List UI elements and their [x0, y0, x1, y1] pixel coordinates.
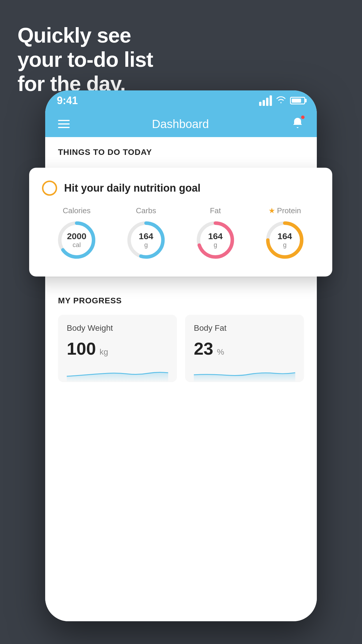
- carbs-ring: 164 g: [124, 218, 168, 262]
- nutrition-card: Hit your daily nutrition goal Calories 2…: [29, 168, 332, 276]
- body-fat-chart: [194, 365, 295, 382]
- nutrition-protein: ★ Protein 164 g: [263, 206, 307, 262]
- nutrition-calories: Calories 2000 cal: [55, 206, 99, 262]
- body-fat-unit: %: [217, 347, 224, 356]
- notification-dot: [301, 115, 305, 120]
- section-header: THINGS TO DO TODAY: [45, 137, 317, 163]
- protein-ring: 164 g: [263, 218, 307, 262]
- wifi-icon: [276, 95, 286, 106]
- body-weight-unit: kg: [100, 347, 108, 356]
- carbs-value-center: 164 g: [139, 231, 153, 249]
- battery-icon: [290, 97, 305, 104]
- status-bar: 9:41: [45, 90, 317, 111]
- body-weight-value: 100: [67, 339, 96, 358]
- status-time: 9:41: [57, 94, 78, 107]
- fat-label: Fat: [210, 206, 221, 215]
- calories-label: Calories: [63, 206, 90, 215]
- progress-cards: Body Weight 100 kg: [58, 315, 304, 382]
- body-fat-value-row: 23 %: [194, 339, 295, 359]
- notification-bell-icon[interactable]: [291, 116, 304, 132]
- calories-ring: 2000 cal: [55, 218, 99, 262]
- progress-section: MY PROGRESS Body Weight 100 kg: [45, 283, 317, 382]
- fat-value-center: 164 g: [208, 231, 223, 249]
- nutrition-row: Calories 2000 cal Carbs: [42, 206, 319, 262]
- card-header: Hit your daily nutrition goal: [42, 181, 319, 196]
- nutrition-carbs: Carbs 164 g: [124, 206, 168, 262]
- fat-ring: 164 g: [194, 218, 237, 262]
- nav-bar: Dashboard: [45, 111, 317, 137]
- nutrition-card-title: Hit your daily nutrition goal: [64, 182, 201, 194]
- signal-icon: [259, 95, 272, 106]
- body-fat-card: Body Fat 23 %: [185, 315, 304, 382]
- section-title: THINGS TO DO TODAY: [58, 148, 152, 157]
- body-weight-card: Body Weight 100 kg: [58, 315, 177, 382]
- hero-text: Quickly see your to-do list for the day.: [17, 23, 153, 96]
- body-weight-value-row: 100 kg: [67, 339, 168, 359]
- progress-title: MY PROGRESS: [58, 296, 304, 305]
- protein-value-center: 164 g: [277, 231, 292, 249]
- body-fat-title: Body Fat: [194, 323, 295, 333]
- nutrition-fat: Fat 164 g: [194, 206, 237, 262]
- body-weight-title: Body Weight: [67, 323, 168, 333]
- hamburger-menu[interactable]: [58, 120, 70, 128]
- nav-title: Dashboard: [152, 118, 209, 131]
- protein-label: ★ Protein: [268, 206, 301, 215]
- carbs-label: Carbs: [136, 206, 156, 215]
- status-icons: [259, 95, 305, 106]
- nutrition-checkbox[interactable]: [42, 181, 57, 196]
- body-weight-chart: [67, 365, 168, 382]
- body-fat-value: 23: [194, 339, 213, 358]
- calories-value-center: 2000 cal: [67, 231, 87, 249]
- star-icon: ★: [268, 206, 275, 215]
